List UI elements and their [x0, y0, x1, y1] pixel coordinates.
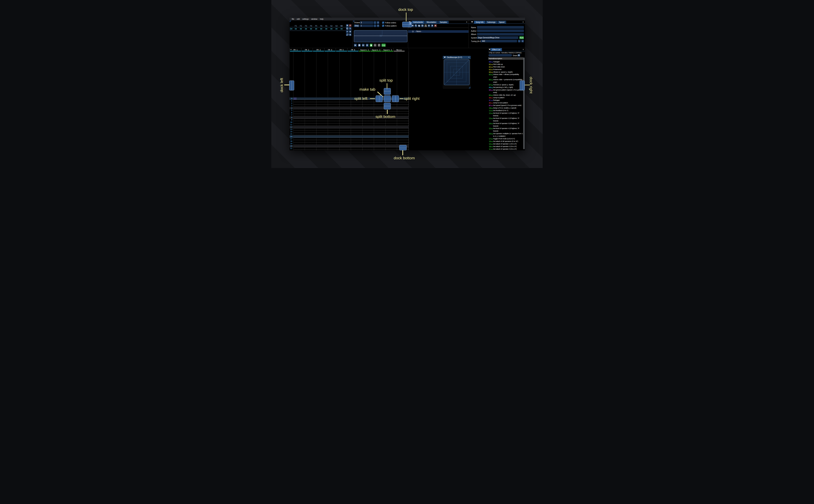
- effect-entry[interactable]: 1Bxx Set attack of operator 2 (0 to 1F): [489, 145, 524, 148]
- channel-header[interactable]: FM 4: [324, 48, 336, 52]
- effect-entry[interactable]: 17xx Toggle PCM mode (LEGACY): [489, 138, 524, 140]
- order-cell[interactable]: 00: [303, 28, 308, 30]
- empty-note-cells[interactable]: [293, 131, 409, 133]
- channel-header[interactable]: FM 1: [289, 48, 301, 52]
- empty-note-cells[interactable]: [293, 135, 409, 138]
- effect-entry[interactable]: 05xy Volume slide + vibrato (compatibili…: [489, 73, 524, 78]
- effect-entry[interactable]: 19xx Set attack of all operators (0 to 1…: [489, 140, 524, 143]
- order-channel-label[interactable]: F6: [319, 25, 324, 27]
- dock-right-button[interactable]: [520, 81, 525, 90]
- instrument-duplicate-button[interactable]: [415, 24, 417, 27]
- menu-item[interactable]: edit: [295, 18, 301, 20]
- pattern-row[interactable]: 20: [289, 145, 409, 147]
- follow-orders-label[interactable]: Follow orders: [385, 22, 396, 24]
- instrument-save-button[interactable]: [421, 24, 424, 27]
- effect-entry[interactable]: 00xy Arpeggio: [489, 61, 524, 63]
- channel-header[interactable]: Square 3: [382, 48, 393, 52]
- description-column-header[interactable]: Description: [493, 57, 502, 60]
- effect-entry[interactable]: 1Cxx Set attack of operator 3 (0 to 1F): [489, 148, 524, 150]
- effect-entry[interactable]: 08xy Set panning (x: left; y: right): [489, 86, 524, 89]
- menu-item[interactable]: window: [310, 18, 318, 20]
- empty-note-cells[interactable]: [293, 121, 409, 124]
- order-cell[interactable]: 00: [339, 28, 344, 30]
- pattern-cursor-cell[interactable]: [293, 97, 296, 100]
- dock-bottom-button[interactable]: [399, 145, 406, 150]
- instrument-list-item[interactable]: - None -: [408, 30, 469, 33]
- pattern-row[interactable]: 18: [289, 140, 409, 143]
- pattern-row[interactable]: 21: [289, 147, 409, 150]
- split-bottom-button[interactable]: [384, 103, 391, 109]
- follow-pattern-checkbox[interactable]: [382, 25, 384, 27]
- empty-note-cells[interactable]: [293, 133, 409, 135]
- order-cell[interactable]: 00: [334, 28, 339, 30]
- follow-orders-checkbox[interactable]: [382, 21, 384, 24]
- empty-note-cells[interactable]: [293, 140, 409, 143]
- song-info-tab[interactable]: Subsongs: [486, 21, 497, 24]
- empty-note-cells[interactable]: [293, 112, 409, 114]
- empty-note-cells[interactable]: [293, 107, 409, 109]
- effect-entry[interactable]: 09xx Set groove pattern (speed 1 if no g…: [489, 89, 524, 94]
- order-cell[interactable]: 00: [298, 28, 303, 30]
- order-channel-label[interactable]: N0: [339, 25, 344, 27]
- empty-note-cells[interactable]: [293, 124, 409, 126]
- oscilloscope-title-bar[interactable]: Oscilloscope (X-Y) ×: [443, 56, 471, 59]
- instrument-open-button[interactable]: [418, 24, 421, 27]
- order-channel-label[interactable]: F4: [308, 25, 314, 27]
- channel-header[interactable]: FM 2: [301, 48, 313, 52]
- instrument-delete-button[interactable]: [434, 24, 437, 27]
- pattern-row[interactable]: 12: [289, 126, 409, 128]
- instruments-tab[interactable]: Samples: [438, 21, 449, 24]
- pattern-row[interactable]: 9: [289, 119, 409, 121]
- order-channel-label[interactable]: S2: [329, 25, 334, 27]
- order-move-down-button[interactable]: [346, 30, 348, 33]
- tab-list-dropdown-icon[interactable]: [471, 21, 473, 23]
- order-move-up-button[interactable]: [349, 27, 351, 30]
- effect-list-tab[interactable]: Effect List: [491, 48, 502, 51]
- effect-entry[interactable]: 1Axx Set attack of operator 1 (0 to 1F): [489, 143, 524, 145]
- pattern-row[interactable]: 19: [289, 143, 409, 145]
- order-cell[interactable]: 00: [308, 28, 314, 30]
- effect-entry[interactable]: 11xx Set feedback (0 to 7): [489, 109, 524, 112]
- effect-entry[interactable]: 13xx Set level of operator 2 (0 highest,…: [489, 117, 524, 122]
- octave-minus-button[interactable]: -: [373, 21, 376, 24]
- pattern-row[interactable]: 15: [289, 133, 409, 135]
- instruments-tab[interactable]: Instruments: [412, 21, 425, 24]
- pattern-row[interactable]: 5: [289, 109, 409, 112]
- order-channel-label[interactable]: F5: [313, 25, 319, 27]
- channel-header[interactable]: FM 3: [312, 48, 324, 52]
- metronome-button[interactable]: [373, 44, 376, 47]
- channel-header[interactable]: Square 2: [370, 48, 382, 52]
- effect-entry[interactable]: 0Axy Volume slide (0y: down; x0: up): [489, 94, 524, 97]
- empty-note-cells[interactable]: [293, 109, 409, 112]
- empty-note-cells[interactable]: [293, 147, 409, 150]
- step-input[interactable]: 1: [360, 25, 373, 27]
- name-column-header[interactable]: Name: [489, 57, 493, 60]
- song-info-tab[interactable]: Song Info: [474, 21, 485, 24]
- empty-note-cells[interactable]: [293, 145, 409, 147]
- search-menu-button[interactable]: [518, 54, 520, 57]
- order-add-button[interactable]: [346, 24, 348, 27]
- split-top-button[interactable]: [384, 88, 391, 95]
- instrument-move-up-button[interactable]: [428, 24, 431, 27]
- step-minus-button[interactable]: -: [373, 25, 376, 27]
- effect-entry[interactable]: 0Dxx Jump to next pattern: [489, 102, 524, 104]
- effect-entry[interactable]: 02xx Pitch slide down: [489, 66, 524, 68]
- close-icon[interactable]: ×: [523, 49, 524, 50]
- tuning-input[interactable]: 440: [481, 40, 517, 42]
- order-cell[interactable]: 00: [319, 28, 324, 30]
- name-input[interactable]: [477, 26, 524, 29]
- order-unlink-button[interactable]: [346, 33, 348, 36]
- order-channel-label[interactable]: S3: [334, 25, 339, 27]
- pattern-row[interactable]: 10: [289, 121, 409, 124]
- effect-entry[interactable]: 0Bxx Jump to pattern: [489, 97, 524, 99]
- order-channel-label[interactable]: F2: [298, 25, 303, 27]
- step-label-button[interactable]: Step: [354, 25, 359, 27]
- order-cell[interactable]: 00: [313, 28, 319, 30]
- dock-left-button[interactable]: [289, 81, 294, 90]
- play-pattern-button[interactable]: [358, 44, 361, 47]
- system-input[interactable]: Sega Genesis/Mega Drive: [477, 36, 518, 39]
- order-pointer-button[interactable]: [349, 33, 351, 36]
- empty-note-cells[interactable]: [293, 97, 409, 100]
- order-cell[interactable]: 00: [324, 28, 329, 30]
- menu-item[interactable]: file: [290, 18, 295, 20]
